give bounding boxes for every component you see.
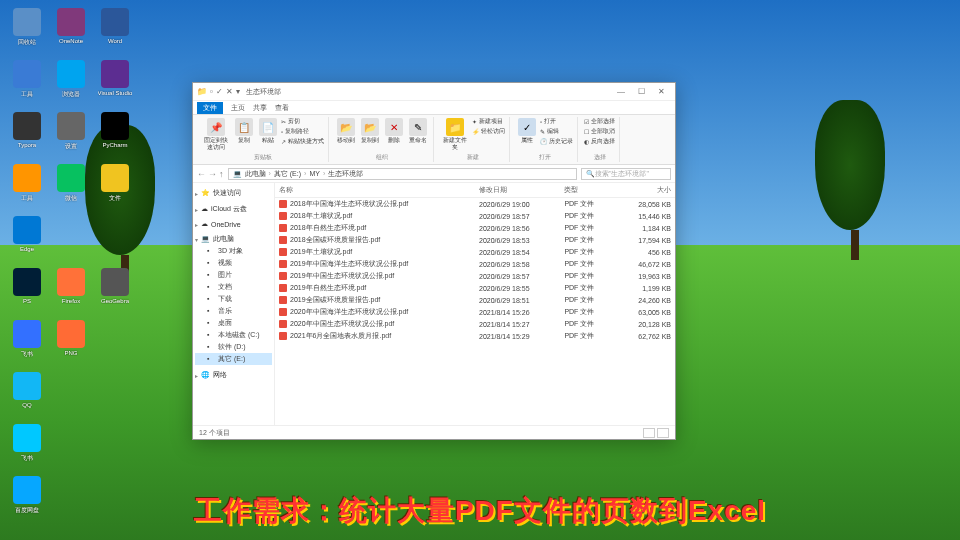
desktop-icon[interactable]: 飞书 bbox=[8, 424, 46, 472]
open-button[interactable]: ▫ 打开 bbox=[540, 117, 573, 126]
file-row[interactable]: 2018全国碳环境质量报告.pdf2020/6/29 18:53PDF 文件17… bbox=[275, 234, 675, 246]
sidebar-item[interactable]: ▪其它 (E:) bbox=[195, 353, 272, 365]
up-button[interactable]: ↑ bbox=[219, 169, 224, 179]
ribbon-group-label: 选择 bbox=[594, 153, 606, 162]
sidebar-thispc[interactable]: ▾💻 此电脑 bbox=[195, 233, 272, 245]
file-row[interactable]: 2018年自然生态环境.pdf2020/6/29 18:56PDF 文件1,18… bbox=[275, 222, 675, 234]
sidebar-item[interactable]: ▪下载 bbox=[195, 293, 272, 305]
breadcrumb-segment[interactable]: 生态环境部 bbox=[328, 169, 363, 179]
sidebar-item[interactable]: ▪视频 bbox=[195, 257, 272, 269]
breadcrumb-segment[interactable]: 此电脑 bbox=[245, 169, 266, 179]
desktop-icon[interactable]: 百度网盘 bbox=[8, 476, 46, 524]
sidebar-item[interactable]: ▪桌面 bbox=[195, 317, 272, 329]
navigation-pane: ▸⭐ 快速访问 ▸☁ iCloud 云盘 ▸☁ OneDrive ▾💻 此电脑 … bbox=[193, 183, 275, 425]
file-row[interactable]: 2019年中国生态环境状况公报.pdf2020/6/29 18:57PDF 文件… bbox=[275, 270, 675, 282]
desktop-icon[interactable]: Firefox bbox=[52, 268, 90, 316]
qat-item[interactable]: ✓ bbox=[216, 87, 223, 96]
sidebar-item[interactable]: ▪图片 bbox=[195, 269, 272, 281]
pin-button[interactable]: 📌固定到快速访问 bbox=[201, 117, 231, 151]
search-input[interactable]: 🔍 搜索"生态环境部" bbox=[581, 168, 671, 180]
file-row[interactable]: 2018年土壤状况.pdf2020/6/29 18:57PDF 文件15,446… bbox=[275, 210, 675, 222]
sidebar-item[interactable]: ▪软件 (D:) bbox=[195, 341, 272, 353]
desktop-icon[interactable]: PyCharm bbox=[96, 112, 134, 160]
file-row[interactable]: 2021年6月全国地表水质月报.pdf2021/8/14 15:29PDF 文件… bbox=[275, 330, 675, 342]
moveto-button[interactable]: 📂移动到 bbox=[335, 117, 357, 145]
desktop-icon[interactable]: 工具 bbox=[8, 60, 46, 108]
paste-button[interactable]: 📄粘贴 bbox=[257, 117, 279, 145]
sidebar-onedrive[interactable]: ▸☁ OneDrive bbox=[195, 219, 272, 229]
newitem-button[interactable]: ✦ 新建项目 bbox=[472, 117, 505, 126]
copy-button[interactable]: 📋复制 bbox=[233, 117, 255, 145]
tab-file[interactable]: 文件 bbox=[197, 102, 223, 114]
delete-button[interactable]: ✕删除 bbox=[383, 117, 405, 145]
properties-button[interactable]: ✓属性 bbox=[516, 117, 538, 145]
breadcrumb-segment[interactable]: 其它 (E:) bbox=[274, 169, 301, 179]
selectnone-button[interactable]: ☐ 全部取消 bbox=[584, 127, 615, 136]
cut-button[interactable]: ✂ 剪切 bbox=[281, 117, 324, 126]
breadcrumb[interactable]: 💻 此电脑 › 其它 (E:) › MY › 生态环境部 bbox=[228, 168, 578, 180]
desktop-icon[interactable]: OneNote bbox=[52, 8, 90, 56]
sidebar-icloud[interactable]: ▸☁ iCloud 云盘 bbox=[195, 203, 272, 215]
invertsel-button[interactable]: ◐ 反向选择 bbox=[584, 137, 615, 146]
history-button[interactable]: 🕐 历史记录 bbox=[540, 137, 573, 146]
back-button[interactable]: ← bbox=[197, 169, 206, 179]
file-row[interactable]: 2019年土壤状况.pdf2020/6/29 18:54PDF 文件456 KB bbox=[275, 246, 675, 258]
desktop-icon[interactable]: 浏览器 bbox=[52, 60, 90, 108]
sidebar-item[interactable]: ▪文档 bbox=[195, 281, 272, 293]
sidebar-item[interactable]: ▪音乐 bbox=[195, 305, 272, 317]
desktop-icon[interactable]: Typora bbox=[8, 112, 46, 160]
tab-share[interactable]: 共享 bbox=[253, 103, 267, 113]
file-row[interactable]: 2019年中国海洋生态环境状况公报.pdf2020/6/29 18:58PDF … bbox=[275, 258, 675, 270]
copyto-button[interactable]: 📂复制到 bbox=[359, 117, 381, 145]
file-row[interactable]: 2019全国碳环境质量报告.pdf2020/6/29 18:51PDF 文件24… bbox=[275, 294, 675, 306]
column-date[interactable]: 修改日期 bbox=[475, 183, 560, 198]
desktop-icon[interactable]: Word bbox=[96, 8, 134, 56]
desktop-icon[interactable]: QQ bbox=[8, 372, 46, 420]
desktop-icon[interactable]: PNG bbox=[52, 320, 90, 368]
column-type[interactable]: 类型 bbox=[560, 183, 615, 198]
tab-home[interactable]: 主页 bbox=[231, 103, 245, 113]
qat-item[interactable]: ▾ bbox=[236, 87, 240, 96]
minimize-button[interactable]: — bbox=[611, 87, 631, 96]
sidebar-network[interactable]: ▸🌐 网络 bbox=[195, 369, 272, 381]
desktop-icon[interactable]: 工具 bbox=[8, 164, 46, 212]
copypath-button[interactable]: ▫ 复制路径 bbox=[281, 127, 324, 136]
window-title: 生态环境部 bbox=[246, 87, 281, 97]
view-icons-button[interactable] bbox=[657, 428, 669, 438]
column-name[interactable]: 名称 bbox=[275, 183, 475, 198]
edit-button[interactable]: ✎ 编辑 bbox=[540, 127, 573, 136]
column-size[interactable]: 大小 bbox=[616, 183, 675, 198]
selectall-button[interactable]: ☑ 全部选择 bbox=[584, 117, 615, 126]
desktop-icon[interactable]: 飞书 bbox=[8, 320, 46, 368]
sidebar-quick-access[interactable]: ▸⭐ 快速访问 bbox=[195, 187, 272, 199]
newfolder-button[interactable]: 📁新建文件夹 bbox=[440, 117, 470, 151]
desktop-icon[interactable]: 设置 bbox=[52, 112, 90, 160]
tab-view[interactable]: 查看 bbox=[275, 103, 289, 113]
rename-button[interactable]: ✎重命名 bbox=[407, 117, 429, 145]
file-row[interactable]: 2020年中国海洋生态环境状况公报.pdf2021/8/14 15:26PDF … bbox=[275, 306, 675, 318]
desktop-icon[interactable]: 微信 bbox=[52, 164, 90, 212]
desktop-icon[interactable]: PS bbox=[8, 268, 46, 316]
forward-button[interactable]: → bbox=[208, 169, 217, 179]
qat-item[interactable]: ✕ bbox=[226, 87, 233, 96]
video-caption: 工作需求：统计大量PDF文件的页数到Excel bbox=[194, 492, 766, 530]
file-row[interactable]: 2018年中国海洋生态环境状况公报.pdf2020/6/29 19:00PDF … bbox=[275, 198, 675, 211]
file-row[interactable]: 2019年自然生态环境.pdf2020/6/29 18:55PDF 文件1,19… bbox=[275, 282, 675, 294]
view-details-button[interactable] bbox=[643, 428, 655, 438]
easyaccess-button[interactable]: ⚡ 轻松访问 bbox=[472, 127, 505, 136]
sidebar-item[interactable]: ▪本地磁盘 (C:) bbox=[195, 329, 272, 341]
close-button[interactable]: ✕ bbox=[651, 87, 671, 96]
desktop-icon[interactable]: 文件 bbox=[96, 164, 134, 212]
desktop-icon[interactable]: 回收站 bbox=[8, 8, 46, 56]
maximize-button[interactable]: ☐ bbox=[631, 87, 651, 96]
breadcrumb-segment[interactable]: MY bbox=[309, 170, 320, 177]
qat-item[interactable]: ▫ bbox=[210, 87, 213, 96]
file-row[interactable]: 2020年中国生态环境状况公报.pdf2021/8/14 15:27PDF 文件… bbox=[275, 318, 675, 330]
desktop-icon[interactable]: Edge bbox=[8, 216, 46, 264]
sidebar-item[interactable]: ▪3D 对象 bbox=[195, 245, 272, 257]
desktop-icon[interactable]: GeoGebra bbox=[96, 268, 134, 316]
shortcut-button[interactable]: ↗ 粘贴快捷方式 bbox=[281, 137, 324, 146]
pdf-icon bbox=[279, 272, 287, 280]
titlebar[interactable]: 📁 ▫ ✓ ✕ ▾ 生态环境部 — ☐ ✕ bbox=[193, 83, 675, 101]
desktop-icon[interactable]: Visual Studio bbox=[96, 60, 134, 108]
